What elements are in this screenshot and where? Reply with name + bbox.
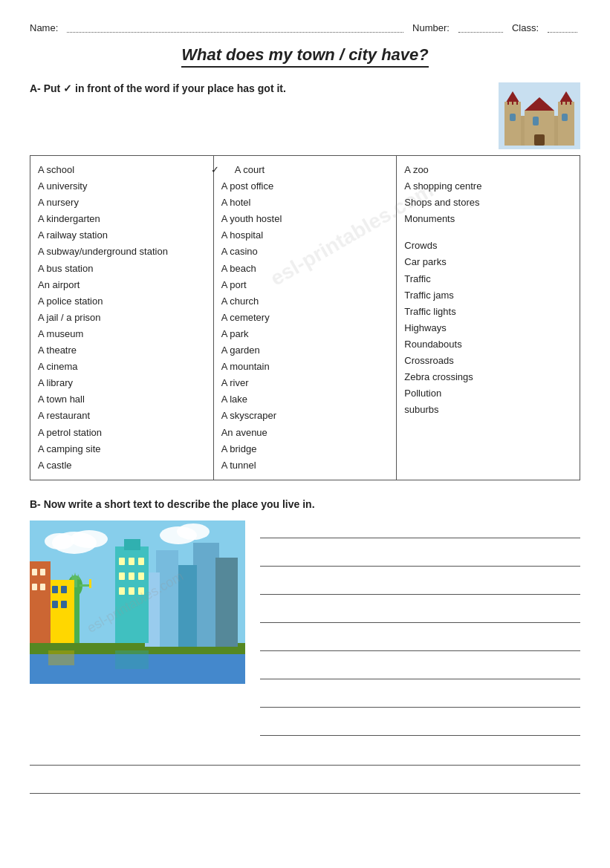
svg-rect-55 xyxy=(52,601,58,608)
svg-rect-63 xyxy=(40,584,45,590)
list-item: Traffic lights xyxy=(404,304,572,320)
list-item: Roundabouts xyxy=(404,336,572,353)
writing-line-1[interactable] xyxy=(260,523,580,538)
column-2: ✓A courtA post officeA hotelA youth host… xyxy=(213,156,397,480)
list-item: ✓A court xyxy=(221,162,389,178)
svg-rect-49 xyxy=(119,587,125,595)
list-item: A school xyxy=(38,162,206,178)
class-dots xyxy=(548,24,577,33)
list-item: A nursery xyxy=(38,195,206,211)
svg-rect-61 xyxy=(40,569,45,575)
list-item: A port xyxy=(221,277,389,293)
instruction-b: B- Now write a short text to describe th… xyxy=(30,498,580,510)
list-item: Crowds xyxy=(404,238,572,254)
svg-rect-3 xyxy=(558,105,574,146)
writing-line-4[interactable] xyxy=(260,608,580,623)
castle-illustration xyxy=(499,82,580,149)
instruction-a: A- Put ✓ in front of the word if your pl… xyxy=(30,82,499,94)
list-item: A shopping centre xyxy=(404,178,572,195)
svg-rect-8 xyxy=(510,114,516,121)
list-item: A tunnel xyxy=(221,457,389,474)
list-item xyxy=(404,227,572,238)
svg-rect-47 xyxy=(129,572,134,580)
svg-rect-53 xyxy=(52,586,58,593)
list-item: Traffic xyxy=(404,271,572,287)
list-item: A police station xyxy=(38,293,206,310)
list-item: A church xyxy=(221,293,389,310)
svg-rect-19 xyxy=(534,134,545,146)
svg-rect-10 xyxy=(533,117,539,125)
list-item: A castle xyxy=(38,457,206,474)
list-item: A restaurant xyxy=(38,408,206,424)
list-item: Crossroads xyxy=(404,353,572,369)
number-label: Number: xyxy=(412,22,450,33)
title-block: What does my town / city have? xyxy=(30,45,580,68)
list-item: A bus station xyxy=(38,261,206,277)
svg-rect-44 xyxy=(129,558,134,565)
writing-line-8[interactable] xyxy=(260,721,580,736)
list-item: A casino xyxy=(221,244,389,260)
svg-rect-13 xyxy=(513,102,516,107)
page-title: What does my town / city have? xyxy=(181,45,429,68)
list-item: A bridge xyxy=(221,441,389,457)
svg-rect-14 xyxy=(518,102,521,107)
name-dots xyxy=(67,24,403,33)
list-item: suburbs xyxy=(404,402,572,418)
list-item: Shops and stores xyxy=(404,195,572,211)
svg-rect-28 xyxy=(193,543,219,647)
svg-rect-9 xyxy=(562,114,568,121)
svg-rect-39 xyxy=(80,584,91,587)
svg-rect-11 xyxy=(504,102,507,107)
list-item: A hotel xyxy=(221,195,389,211)
writing-line-6[interactable] xyxy=(260,665,580,679)
writing-lines-right xyxy=(260,521,580,736)
list-item: A hospital xyxy=(221,227,389,244)
svg-point-25 xyxy=(177,523,210,540)
list-item: A park xyxy=(221,326,389,342)
writing-line-7[interactable] xyxy=(260,693,580,708)
list-item: A youth hostel xyxy=(221,211,389,227)
section-b-content: esl-printables.com xyxy=(30,521,580,736)
list-item: A mountain xyxy=(221,359,389,375)
bottom-line-1[interactable] xyxy=(30,751,580,766)
list-item: A cinema xyxy=(38,359,206,375)
writing-line-5[interactable] xyxy=(260,636,580,651)
list-item: An airport xyxy=(38,277,206,293)
svg-rect-2 xyxy=(504,105,521,146)
list-item: A subway/underground station xyxy=(38,244,206,260)
writing-line-3[interactable] xyxy=(260,580,580,595)
list-item: Car parks xyxy=(404,254,572,270)
list-item: A theatre xyxy=(38,342,206,359)
header-row: Name: Number: Class: xyxy=(30,22,580,33)
list-item: A skyscraper xyxy=(221,408,389,424)
svg-rect-57 xyxy=(115,650,149,669)
svg-point-23 xyxy=(45,533,74,549)
svg-rect-17 xyxy=(567,102,570,107)
vocabulary-table: A schoolA universityA nurseryA kindergar… xyxy=(30,155,580,480)
list-item: A university xyxy=(38,178,206,195)
bottom-line-2[interactable] xyxy=(30,779,580,794)
svg-rect-60 xyxy=(32,569,37,575)
list-item: Traffic jams xyxy=(404,287,572,304)
list-item: A petrol station xyxy=(38,425,206,441)
svg-rect-15 xyxy=(558,102,561,107)
svg-rect-58 xyxy=(48,650,74,665)
list-item: A cemetery xyxy=(221,310,389,326)
svg-rect-42 xyxy=(124,539,140,550)
class-label: Class: xyxy=(512,22,539,33)
svg-rect-45 xyxy=(138,558,144,565)
list-item: A camping site xyxy=(38,441,206,457)
column-3: A zooA shopping centreShops and storesMo… xyxy=(397,156,580,480)
writing-line-2[interactable] xyxy=(260,552,580,567)
svg-rect-43 xyxy=(119,558,125,565)
list-item: A garden xyxy=(221,342,389,359)
list-item: Pollution xyxy=(404,385,572,402)
list-item: A town hall xyxy=(38,391,206,408)
list-item: A beach xyxy=(221,261,389,277)
list-item: A river xyxy=(221,375,389,391)
svg-rect-62 xyxy=(32,584,37,590)
svg-rect-56 xyxy=(61,601,67,608)
svg-point-22 xyxy=(71,530,108,548)
list-item: A lake xyxy=(221,391,389,408)
bottom-writing-lines xyxy=(30,751,580,794)
